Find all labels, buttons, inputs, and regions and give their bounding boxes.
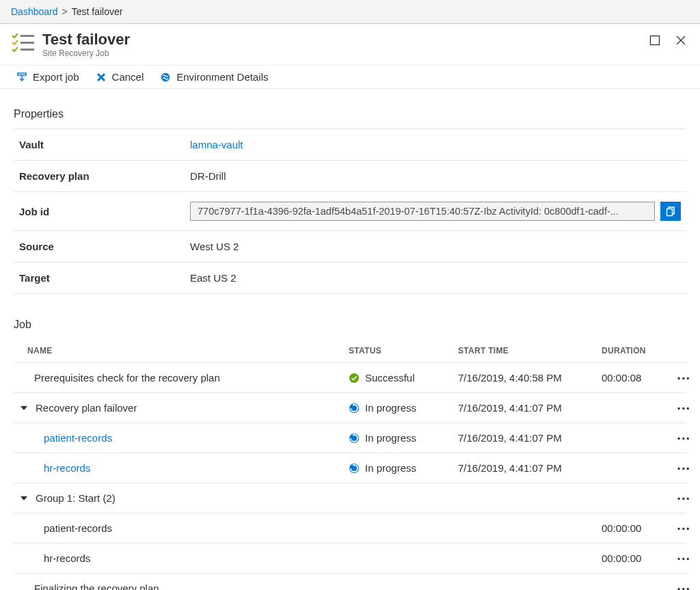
close-icon[interactable] bbox=[675, 35, 686, 46]
export-job-button[interactable]: Export job bbox=[16, 71, 79, 83]
svg-rect-1 bbox=[21, 42, 34, 44]
job-name-link[interactable]: patient-records bbox=[44, 432, 112, 444]
job-duration: 00:00:00 bbox=[602, 552, 663, 564]
svg-rect-6 bbox=[18, 73, 26, 75]
job-col-start: START TIME bbox=[458, 346, 602, 356]
page-header: Test failover Site Recovery Job bbox=[0, 24, 700, 65]
job-row: patient-records In progress 7/16/2019, 4… bbox=[14, 423, 686, 453]
property-value: West US 2 bbox=[185, 231, 686, 263]
job-name: Finalizing the recovery plan bbox=[34, 582, 159, 590]
svg-point-10 bbox=[161, 72, 170, 81]
job-name: hr-records bbox=[44, 552, 90, 564]
property-row-jobid: Job id 770c7977-1f1a-4396-92fa-1adf54b4a… bbox=[14, 192, 686, 231]
job-status: In progress bbox=[365, 402, 416, 414]
export-job-label: Export job bbox=[33, 71, 79, 83]
breadcrumb-current: Test failover bbox=[72, 6, 123, 17]
property-value: East US 2 bbox=[185, 263, 686, 294]
properties-table: Vault lamna-vault Recovery plan DR-Drill… bbox=[14, 129, 686, 294]
job-col-name: NAME bbox=[21, 346, 349, 356]
job-start: 7/16/2019, 4:41:07 PM bbox=[458, 432, 602, 444]
job-status: Successful bbox=[365, 372, 415, 384]
caret-down-icon[interactable] bbox=[21, 496, 27, 500]
breadcrumb-dashboard-link[interactable]: Dashboard bbox=[11, 6, 58, 17]
environment-details-label: Environment Details bbox=[176, 71, 268, 83]
export-icon bbox=[16, 72, 27, 83]
job-name: Group 1: Start (2) bbox=[36, 492, 116, 504]
restore-window-icon[interactable] bbox=[649, 35, 660, 46]
svg-point-13 bbox=[349, 373, 359, 383]
property-row-vault: Vault lamna-vault bbox=[14, 129, 686, 161]
cancel-icon bbox=[96, 72, 107, 83]
job-row: Finalizing the recovery plan ··· bbox=[14, 574, 686, 590]
job-col-duration: DURATION bbox=[602, 346, 663, 356]
job-status: In progress bbox=[365, 432, 416, 444]
caret-down-icon[interactable] bbox=[21, 406, 27, 410]
job-start: 7/16/2019, 4:41:07 PM bbox=[458, 462, 602, 474]
job-start: 7/16/2019, 4:40:58 PM bbox=[458, 372, 602, 384]
svg-rect-3 bbox=[651, 36, 660, 45]
property-label: Target bbox=[14, 263, 185, 294]
job-list-icon bbox=[11, 32, 36, 54]
job-row: Group 1: Start (2) ··· bbox=[14, 483, 686, 513]
command-bar: Export job Cancel Environment Details bbox=[0, 65, 700, 89]
job-start: 7/16/2019, 4:41:07 PM bbox=[458, 402, 602, 414]
property-label: Recovery plan bbox=[14, 161, 185, 192]
job-name: Prerequisites check for the recovery pla… bbox=[34, 372, 220, 384]
in-progress-icon bbox=[349, 433, 360, 444]
job-col-status: STATUS bbox=[349, 346, 458, 356]
property-value: DR-Drill bbox=[185, 161, 686, 192]
globe-icon bbox=[160, 72, 171, 83]
job-heading: Job bbox=[14, 319, 686, 331]
job-row: Prerequisites check for the recovery pla… bbox=[14, 363, 686, 393]
in-progress-icon bbox=[349, 403, 360, 414]
properties-heading: Properties bbox=[14, 108, 686, 120]
property-row-source: Source West US 2 bbox=[14, 231, 686, 263]
copy-icon bbox=[665, 206, 676, 217]
job-name-link[interactable]: hr-records bbox=[44, 462, 90, 474]
in-progress-icon bbox=[349, 463, 360, 474]
page-subtitle: Site Recovery Job bbox=[42, 49, 130, 58]
page-title: Test failover bbox=[42, 31, 130, 49]
property-label: Job id bbox=[14, 192, 185, 231]
svg-rect-12 bbox=[667, 209, 673, 216]
svg-rect-0 bbox=[21, 35, 34, 37]
copy-job-id-button[interactable] bbox=[660, 202, 681, 221]
job-table-header: NAME STATUS START TIME DURATION bbox=[14, 339, 686, 363]
job-duration: 00:00:08 bbox=[602, 372, 663, 384]
success-icon bbox=[349, 373, 360, 384]
cancel-button[interactable]: Cancel bbox=[96, 71, 144, 83]
vault-link[interactable]: lamna-vault bbox=[190, 139, 243, 150]
svg-rect-2 bbox=[21, 49, 34, 51]
job-name: Recovery plan failover bbox=[36, 402, 137, 414]
breadcrumb-separator: > bbox=[62, 6, 68, 17]
properties-section: Properties Vault lamna-vault Recovery pl… bbox=[0, 89, 700, 294]
property-row-target: Target East US 2 bbox=[14, 263, 686, 294]
job-row: hr-records 00:00:00 ··· bbox=[14, 544, 686, 574]
job-id-value[interactable]: 770c7977-1f1a-4396-92fa-1adf54b4a51f-201… bbox=[190, 202, 655, 221]
job-row: Recovery plan failover In progress 7/16/… bbox=[14, 393, 686, 423]
job-row: hr-records In progress 7/16/2019, 4:41:0… bbox=[14, 453, 686, 483]
property-label: Source bbox=[14, 231, 185, 263]
cancel-label: Cancel bbox=[112, 71, 144, 83]
breadcrumb: Dashboard > Test failover bbox=[0, 0, 700, 24]
property-label: Vault bbox=[14, 129, 185, 161]
job-row: patient-records 00:00:00 ··· bbox=[14, 513, 686, 544]
job-duration: 00:00:00 bbox=[602, 522, 663, 534]
job-status: In progress bbox=[365, 462, 416, 474]
environment-details-button[interactable]: Environment Details bbox=[160, 71, 268, 83]
property-row-plan: Recovery plan DR-Drill bbox=[14, 161, 686, 192]
job-name: patient-records bbox=[44, 522, 112, 534]
job-section: Job NAME STATUS START TIME DURATION Prer… bbox=[0, 294, 700, 590]
